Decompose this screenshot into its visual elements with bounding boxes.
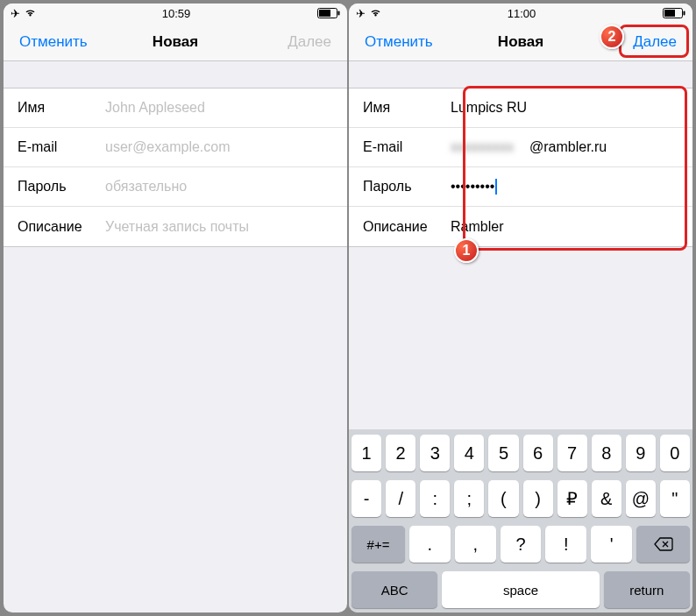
key-₽[interactable]: ₽ <box>558 480 587 517</box>
battery-icon <box>316 8 340 18</box>
key-3[interactable]: 3 <box>420 435 450 471</box>
svg-rect-5 <box>683 11 685 16</box>
airplane-icon: ✈ <box>356 7 366 20</box>
key-@[interactable]: @ <box>626 480 656 517</box>
keyboard-row-1: 1234567890 <box>352 435 690 471</box>
key-.[interactable]: . <box>409 526 451 563</box>
account-form: Имя Lumpics RU E-mail xxxxxxxxx @rambler… <box>349 88 692 247</box>
field-description[interactable]: Описание Rambler <box>349 207 692 246</box>
key-abc[interactable]: ABC <box>352 571 437 608</box>
nav-bar: Отменить Новая Далее <box>4 23 347 61</box>
password-input[interactable]: ••••••••• <box>451 179 678 195</box>
key-/[interactable]: / <box>386 480 415 517</box>
phone-right: ✈ 11:00 Отменить Новая Далее Имя Lumpics… <box>349 4 692 612</box>
wifi-icon <box>24 7 37 20</box>
key-5[interactable]: 5 <box>488 435 518 471</box>
email-input[interactable]: xxxxxxxxx @rambler.ru <box>451 139 607 155</box>
next-button: Далее <box>282 30 337 54</box>
field-name[interactable]: Имя John Appleseed <box>4 89 347 128</box>
email-input[interactable]: user@example.com <box>105 139 333 155</box>
text-cursor <box>495 179 497 195</box>
phone-left: ✈ 10:59 Отменить Новая Далее Имя John Ap… <box>4 4 347 612</box>
next-button[interactable]: Далее <box>628 30 682 54</box>
nav-bar: Отменить Новая Далее <box>349 23 692 61</box>
key-8[interactable]: 8 <box>592 435 621 471</box>
key-'[interactable]: ' <box>591 526 632 563</box>
status-time: 10:59 <box>162 7 191 20</box>
name-input[interactable]: John Appleseed <box>105 100 333 116</box>
key-2[interactable]: 2 <box>386 435 415 471</box>
field-label: E-mail <box>18 139 105 155</box>
key-![interactable]: ! <box>545 526 586 563</box>
keyboard-row-4: ABC space return <box>352 571 690 608</box>
field-name[interactable]: Имя Lumpics RU <box>349 89 692 128</box>
status-bar: ✈ 11:00 <box>349 4 692 23</box>
key-;[interactable]: ; <box>454 480 484 517</box>
description-input[interactable]: Rambler <box>451 219 678 235</box>
description-input[interactable]: Учетная запись почты <box>105 219 333 235</box>
key-1[interactable]: 1 <box>352 435 381 471</box>
key-,[interactable]: , <box>455 526 496 563</box>
nav-title: Новая <box>498 33 543 51</box>
key-9[interactable]: 9 <box>626 435 656 471</box>
password-input[interactable]: обязательно <box>105 179 333 195</box>
airplane-icon: ✈ <box>11 7 20 20</box>
field-email[interactable]: E-mail user@example.com <box>4 128 347 167</box>
field-password[interactable]: Пароль ••••••••• <box>349 167 692 207</box>
key-7[interactable]: 7 <box>558 435 587 471</box>
status-bar: ✈ 10:59 <box>4 4 347 23</box>
keyboard: 1234567890 -/:;()₽&@" #+= .,?!' ABC spac… <box>349 429 692 612</box>
key-"[interactable]: " <box>660 480 690 517</box>
key-0[interactable]: 0 <box>660 435 690 471</box>
key-6[interactable]: 6 <box>523 435 553 471</box>
field-label: Пароль <box>363 179 451 195</box>
annotation-1: 1 <box>454 238 479 263</box>
key-space[interactable]: space <box>442 571 599 608</box>
key-shift[interactable]: #+= <box>352 526 405 563</box>
key-&[interactable]: & <box>592 480 621 517</box>
status-time: 11:00 <box>508 7 536 20</box>
key-backspace[interactable] <box>636 526 690 563</box>
field-password[interactable]: Пароль обязательно <box>4 167 347 207</box>
field-label: E-mail <box>363 139 451 155</box>
name-input[interactable]: Lumpics RU <box>451 100 678 116</box>
keyboard-row-3: #+= .,?!' <box>352 526 690 563</box>
key--[interactable]: - <box>352 480 381 517</box>
field-label: Описание <box>363 219 451 235</box>
annotation-2: 2 <box>600 25 624 49</box>
field-label: Описание <box>18 219 105 235</box>
key-?[interactable]: ? <box>501 526 542 563</box>
svg-rect-1 <box>319 10 330 17</box>
field-email[interactable]: E-mail xxxxxxxxx @rambler.ru <box>349 128 692 167</box>
nav-title: Новая <box>153 33 198 51</box>
field-label: Пароль <box>18 179 105 195</box>
cancel-button[interactable]: Отменить <box>14 30 93 54</box>
field-label: Имя <box>363 100 451 116</box>
field-label: Имя <box>18 100 105 116</box>
battery-icon <box>661 8 685 18</box>
account-form: Имя John Appleseed E-mail user@example.c… <box>4 88 347 247</box>
key-([interactable]: ( <box>488 480 518 517</box>
key-4[interactable]: 4 <box>454 435 484 471</box>
key-:[interactable]: : <box>420 480 450 517</box>
svg-rect-4 <box>664 10 675 17</box>
key-return[interactable]: return <box>604 571 690 608</box>
key-)[interactable]: ) <box>523 480 553 517</box>
cancel-button[interactable]: Отменить <box>359 30 438 54</box>
field-description[interactable]: Описание Учетная запись почты <box>4 207 347 246</box>
wifi-icon <box>369 7 382 20</box>
keyboard-row-2: -/:;()₽&@" <box>352 480 690 517</box>
svg-rect-2 <box>337 11 339 16</box>
